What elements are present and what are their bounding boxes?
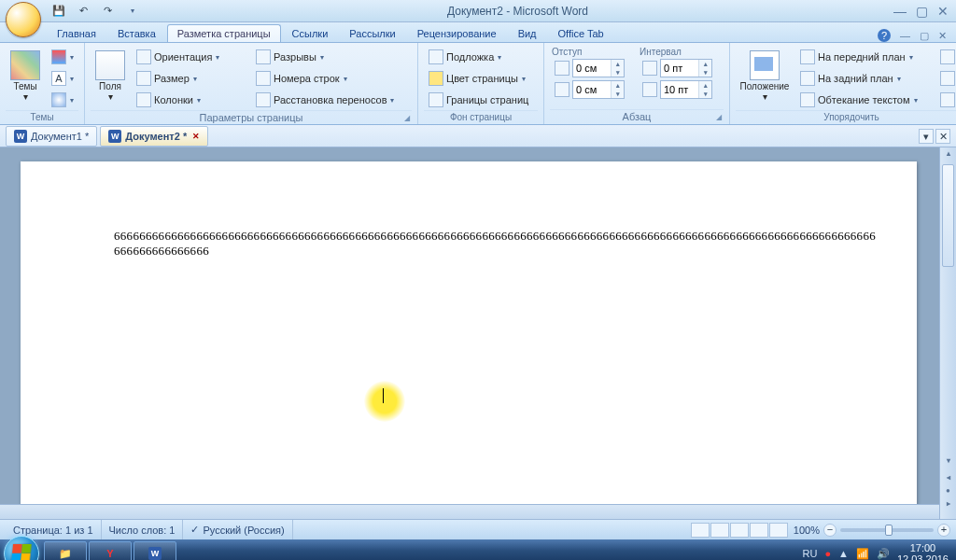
page-setup-launcher[interactable]: ◢	[404, 114, 410, 122]
spacing-after-input[interactable]	[661, 84, 698, 95]
zoom-thumb[interactable]	[885, 525, 893, 536]
taskbar-yandex[interactable]: Y	[89, 541, 132, 560]
help-icon[interactable]: ?	[878, 29, 891, 42]
zoom-value[interactable]: 100%	[794, 525, 820, 536]
breaks-button[interactable]: Разрывы▾	[251, 47, 412, 67]
tab-home[interactable]: Главная	[47, 24, 106, 42]
taskbar-explorer[interactable]: 📁	[44, 541, 87, 560]
group-arrange: Положение▾ На передний план▾ На задний п…	[730, 43, 956, 124]
view-outline[interactable]	[750, 523, 768, 538]
group-icon	[940, 71, 955, 86]
paragraph-launcher[interactable]: ◢	[716, 113, 722, 121]
document-content[interactable]: 6666666666666666666666666666666666666666…	[114, 229, 879, 259]
zoom-in-button[interactable]: +	[937, 524, 950, 537]
vertical-scrollbar[interactable]: ▴ ▾ ◂ ● ▸	[939, 147, 956, 519]
scroll-thumb[interactable]	[942, 164, 954, 267]
indent-label: Отступ	[550, 47, 636, 57]
indent-left-input[interactable]	[573, 63, 611, 74]
next-page-icon[interactable]: ▸	[940, 499, 956, 508]
themes-button[interactable]: Темы▾	[6, 47, 45, 110]
margins-button[interactable]: Поля▾	[91, 47, 130, 110]
align-button[interactable]: ▾	[935, 47, 956, 67]
redo-button[interactable]: ↷	[97, 2, 118, 21]
minimize-button[interactable]: —	[893, 4, 907, 19]
group-themes-title: Темы	[6, 110, 78, 124]
status-words[interactable]: Число слов: 1	[102, 520, 184, 539]
view-print-layout[interactable]	[691, 523, 710, 538]
theme-effects[interactable]: ▾	[47, 90, 78, 110]
horizontal-scrollbar[interactable]	[0, 504, 939, 519]
hyphenation-button[interactable]: Расстановка переносов▾	[251, 90, 412, 110]
tray-icon[interactable]: ●	[824, 548, 831, 559]
view-fullscreen[interactable]	[710, 523, 729, 538]
indent-left-icon	[555, 61, 569, 76]
tabs-close-button[interactable]: ✕	[935, 129, 950, 144]
zoom-slider[interactable]	[840, 528, 934, 532]
office-button[interactable]	[6, 2, 41, 37]
browse-object-icon[interactable]: ●	[940, 486, 956, 495]
line-numbers-button[interactable]: Номера строк▾	[251, 68, 412, 89]
tray-lang[interactable]: RU	[803, 548, 818, 559]
indent-right-input[interactable]	[573, 84, 611, 95]
doc-tab-2[interactable]: WДокумент2 *✕	[100, 126, 208, 147]
size-button[interactable]: Размер▾	[132, 68, 249, 89]
close-tab-icon[interactable]: ✕	[192, 132, 200, 141]
breaks-icon	[256, 49, 271, 64]
scroll-down-icon[interactable]: ▾	[940, 456, 956, 465]
orientation-button[interactable]: Ориентация▾	[132, 47, 249, 67]
tab-mailings[interactable]: Рассылки	[339, 24, 405, 42]
tab-list-button[interactable]: ▾	[919, 129, 934, 144]
scroll-up-icon[interactable]: ▴	[940, 149, 956, 158]
ribbon-close[interactable]: ✕	[938, 30, 947, 42]
prev-page-icon[interactable]: ◂	[940, 473, 956, 482]
themes-label: Темы	[13, 82, 36, 92]
columns-button[interactable]: Колонки▾	[132, 90, 249, 110]
save-button[interactable]: 💾	[49, 2, 69, 21]
tab-office-tab[interactable]: Office Tab	[548, 24, 614, 42]
document-page[interactable]: 6666666666666666666666666666666666666666…	[21, 161, 917, 519]
theme-fonts[interactable]: A▾	[47, 68, 78, 89]
doc-tab-1[interactable]: WДокумент1 *	[6, 126, 97, 147]
position-button[interactable]: Положение▾	[736, 47, 794, 110]
rotate-button[interactable]: ▾	[935, 90, 956, 110]
spacing-before-input[interactable]	[661, 63, 698, 74]
send-back-button[interactable]: На задний план▾	[795, 68, 934, 89]
view-draft[interactable]	[769, 523, 788, 538]
tab-references[interactable]: Ссылки	[282, 24, 339, 42]
indent-right[interactable]: ▴▾	[550, 79, 636, 100]
theme-colors[interactable]: ▾	[47, 47, 78, 67]
tray-clock[interactable]: 17:00 12.03.2016	[897, 542, 949, 560]
tab-review[interactable]: Рецензирование	[407, 24, 507, 42]
status-lang[interactable]: ✓Русский (Россия)	[183, 520, 292, 539]
rotate-icon	[940, 92, 955, 107]
send-back-icon	[800, 71, 815, 86]
group-button[interactable]: ▾	[935, 68, 956, 89]
spacing-before[interactable]: ▴▾	[638, 58, 724, 78]
qat-customize[interactable]: ▾	[121, 2, 142, 21]
quick-access-toolbar: 💾 ↶ ↷ ▾	[49, 2, 142, 21]
page-borders-button[interactable]: Границы страниц	[424, 90, 538, 110]
tab-insert[interactable]: Вставка	[107, 24, 166, 42]
tray-network-icon[interactable]: 📶	[856, 548, 869, 560]
view-web[interactable]	[730, 523, 749, 538]
watermark-button[interactable]: Подложка▾	[424, 47, 538, 67]
bring-front-button[interactable]: На передний план▾	[795, 47, 934, 67]
close-button[interactable]: ✕	[937, 4, 949, 19]
page-color-button[interactable]: Цвет страницы▾	[424, 68, 538, 89]
ribbon-minimize[interactable]: —	[900, 30, 910, 41]
system-tray: RU ● ▲ 📶 🔊 17:00 12.03.2016	[803, 542, 949, 560]
orientation-icon	[136, 49, 151, 64]
tray-sound-icon[interactable]: 🔊	[877, 548, 890, 560]
tab-view[interactable]: Вид	[508, 24, 547, 42]
tray-icon-2[interactable]: ▲	[838, 548, 849, 559]
group-page-setup-title: Параметры страницы◢	[91, 110, 412, 125]
spacing-after[interactable]: ▴▾	[638, 79, 724, 100]
text-wrap-button[interactable]: Обтекание текстом▾	[795, 90, 934, 110]
ribbon-restore[interactable]: ▢	[920, 30, 929, 42]
undo-button[interactable]: ↶	[73, 2, 93, 21]
indent-left[interactable]: ▴▾	[550, 58, 636, 78]
maximize-button[interactable]: ▢	[916, 4, 928, 19]
taskbar-word[interactable]: W	[134, 541, 176, 560]
zoom-out-button[interactable]: −	[823, 524, 836, 537]
tab-page-layout[interactable]: Разметка страницы	[167, 24, 281, 42]
